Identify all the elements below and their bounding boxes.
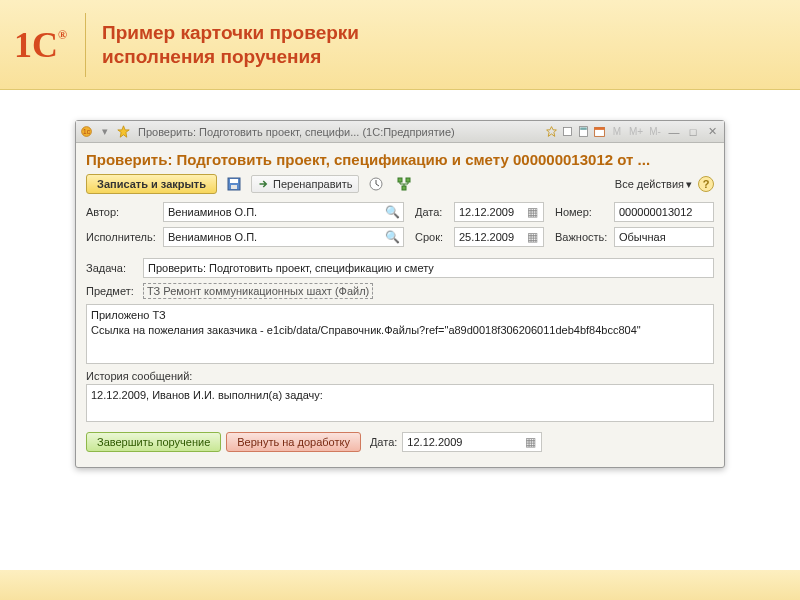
save-icon[interactable] <box>223 174 245 194</box>
close-icon[interactable]: ✕ <box>704 124 720 140</box>
task-label: Задача: <box>86 262 138 274</box>
svg-rect-13 <box>398 178 402 182</box>
chevron-down-icon: ▾ <box>686 178 692 191</box>
svg-marker-2 <box>118 126 129 137</box>
history-icon[interactable] <box>561 125 574 138</box>
subject-link[interactable]: ТЗ Ремонт коммуникационных шахт (Файл) <box>143 283 373 299</box>
app-icon: 1c <box>80 125 93 138</box>
window-title: Проверить: Подготовить проект, специфи..… <box>138 126 455 138</box>
history-text[interactable]: 12.12.2009, Иванов И.И. выполнил(а) зада… <box>86 384 714 422</box>
logo-block: 1С® Пример карточки проверки исполнения … <box>14 0 359 89</box>
lookup-icon[interactable]: 🔍 <box>384 204 400 220</box>
m-plus-icon[interactable]: M+ <box>628 124 644 140</box>
calendar-picker-icon[interactable]: ▦ <box>522 434 538 450</box>
calendar-picker-icon[interactable]: ▦ <box>524 229 540 245</box>
svg-rect-10 <box>230 179 238 183</box>
history-label: История сообщений: <box>86 370 714 382</box>
footer-date-field[interactable]: 12.12.2009 ▦ <box>402 432 542 452</box>
task-field[interactable]: Проверить: Подготовить проект, специфика… <box>143 258 714 278</box>
svg-rect-14 <box>406 178 410 182</box>
importance-label: Важность: <box>555 231 609 243</box>
workspace: 1c ▾ Проверить: Подготовить проект, спец… <box>0 90 800 478</box>
return-button[interactable]: Вернуть на доработку <box>226 432 361 452</box>
svg-marker-3 <box>547 127 557 137</box>
svg-rect-4 <box>563 127 571 135</box>
footer-stripe <box>0 570 800 600</box>
maximize-icon[interactable]: □ <box>685 124 701 140</box>
minimize-icon[interactable]: — <box>666 124 682 140</box>
svg-rect-6 <box>580 127 587 129</box>
calendar-picker-icon[interactable]: ▦ <box>524 204 540 220</box>
footer-date-label: Дата: <box>370 436 397 448</box>
page-header: 1С® Пример карточки проверки исполнения … <box>0 0 800 90</box>
due-label: Срок: <box>415 231 449 243</box>
date-label: Дата: <box>415 206 449 218</box>
all-actions-menu[interactable]: Все действия ▾ <box>615 178 692 191</box>
svg-rect-15 <box>402 186 406 190</box>
due-field[interactable]: 25.12.2009 ▦ <box>454 227 544 247</box>
m-icon[interactable]: M <box>609 124 625 140</box>
tree-icon[interactable] <box>393 174 415 194</box>
svg-text:1c: 1c <box>83 128 91 135</box>
logo-1c: 1С® <box>14 24 67 66</box>
number-field[interactable]: 000000013012 <box>614 202 714 222</box>
svg-rect-11 <box>231 185 237 189</box>
card-title: Проверить: Подготовить проект, специфика… <box>86 151 714 168</box>
favorite-add-icon[interactable] <box>545 125 558 138</box>
m-minus-icon[interactable]: M- <box>647 124 663 140</box>
page-title: Пример карточки проверки исполнения пору… <box>102 21 359 69</box>
help-icon[interactable]: ? <box>698 176 714 192</box>
complete-button[interactable]: Завершить поручение <box>86 432 221 452</box>
subject-label: Предмет: <box>86 285 138 297</box>
dropdown-icon[interactable]: ▾ <box>97 124 113 140</box>
forward-button[interactable]: Перенаправить <box>251 175 359 193</box>
toolbar: Записать и закрыть Перенаправить Все дей… <box>86 174 714 194</box>
executor-label: Исполнитель: <box>86 231 158 243</box>
date-field[interactable]: 12.12.2009 ▦ <box>454 202 544 222</box>
lookup-icon[interactable]: 🔍 <box>384 229 400 245</box>
importance-field[interactable]: Обычная <box>614 227 714 247</box>
clock-icon[interactable] <box>365 174 387 194</box>
attachment-text[interactable]: Приложено ТЗ Ссылка на пожелания заказчи… <box>86 304 714 364</box>
titlebar: 1c ▾ Проверить: Подготовить проект, спец… <box>76 121 724 143</box>
svg-rect-8 <box>595 127 605 129</box>
author-label: Автор: <box>86 206 158 218</box>
calendar-icon[interactable] <box>593 125 606 138</box>
star-icon[interactable] <box>117 125 130 138</box>
number-label: Номер: <box>555 206 609 218</box>
header-divider <box>85 13 86 77</box>
author-field[interactable]: Вениаминов О.П. 🔍 <box>163 202 404 222</box>
executor-field[interactable]: Вениаминов О.П. 🔍 <box>163 227 404 247</box>
save-close-button[interactable]: Записать и закрыть <box>86 174 217 194</box>
calculator-icon[interactable] <box>577 125 590 138</box>
app-window: 1c ▾ Проверить: Подготовить проект, спец… <box>75 120 725 468</box>
